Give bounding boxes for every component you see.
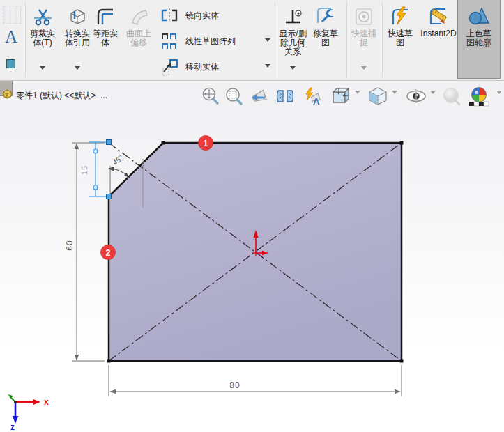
mirror-entities-icon (159, 7, 180, 24)
view-orientation-icon[interactable] (330, 86, 351, 106)
part-tree-label: 零件1 (默认) <<默认>_... (16, 90, 107, 102)
mirror-entities-button[interactable]: 镜向实体 (159, 3, 273, 28)
linear-pattern-label: 线性草图阵列 (185, 36, 236, 47)
ribbon-separator (346, 2, 347, 77)
instant2d-button[interactable]: Instant2D (418, 0, 459, 79)
linear-pattern-icon (159, 32, 180, 50)
offset-entities-label: 等距实体 (89, 29, 121, 47)
quick-snaps-label: 快速捕捉 (348, 29, 380, 47)
text-tool-icon[interactable]: A (5, 28, 17, 46)
linear-pattern-caret[interactable] (265, 38, 270, 45)
linear-pattern-button[interactable]: 线性草图阵列 (159, 29, 273, 54)
edit-appearance-icon (441, 86, 462, 106)
point-tool-icon[interactable] (6, 59, 15, 68)
trim-dropdown-caret[interactable] (40, 66, 45, 72)
instant2d-ruler-icon (427, 4, 450, 29)
svg-text:A: A (313, 96, 320, 106)
ribbon-left-tools: A (0, 0, 25, 79)
trim-entities-label: 剪裁实体(T) (26, 29, 59, 47)
graphics-area[interactable]: 零件1 (默认) <<默认>_... (0, 80, 504, 432)
rapid-sketch-label: 快速草图 (384, 29, 416, 47)
relations-icon (282, 4, 304, 29)
section-view-icon[interactable] (275, 86, 296, 106)
ribbon-separator (275, 2, 275, 77)
zoom-fit-icon[interactable] (201, 86, 220, 106)
part-icon (2, 88, 13, 102)
move-entities-caret[interactable] (265, 64, 270, 70)
offset-entities-button[interactable]: 等距实体 (91, 0, 120, 79)
quick-snaps-icon (353, 4, 374, 29)
trim-scissors-icon (32, 4, 53, 29)
mirror-entities-label: 镜向实体 (185, 10, 219, 22)
hide-show-items-icon[interactable] (405, 86, 427, 106)
relations-caret[interactable] (290, 66, 296, 72)
trim-entities-button[interactable]: 剪裁实体(T) (26, 0, 59, 79)
shaded-contours-label: 上色草图轮廓 (463, 29, 495, 47)
relations-label: 显示/删除几何关系 (277, 29, 309, 56)
quick-snaps-caret (361, 66, 367, 72)
zoom-area-icon[interactable] (224, 86, 243, 106)
ribbon-separator (25, 2, 26, 77)
apply-scene-icon[interactable] (468, 86, 490, 107)
display-delete-relations-button[interactable]: 显示/删除几何关系 (277, 0, 309, 79)
shaded-contours-icon (467, 4, 491, 29)
view-annotations-icon[interactable]: A (301, 86, 323, 106)
repair-sketch-label: 修复草图 (310, 29, 342, 47)
instant2d-label: Instant2D (419, 29, 458, 38)
part-tree-root[interactable]: 零件1 (默认) <<默认>_... (2, 88, 107, 102)
move-entities-icon (159, 58, 180, 76)
convert-entities-cube-icon (66, 4, 89, 29)
sketch-ribbon: A 剪裁实体(T) 转换实体引用 (0, 0, 504, 81)
repair-sketch-button[interactable]: 修复草图 (310, 0, 342, 79)
sketch-picture-icon (3, 6, 21, 24)
surface-offset-icon (128, 4, 149, 29)
hide-show-items-caret[interactable] (430, 94, 436, 107)
quick-snaps-button: 快速捕捉 (348, 0, 380, 79)
convert-dropdown-caret[interactable] (75, 66, 80, 72)
rapid-sketch-lightning-icon (389, 4, 411, 29)
repair-sketch-wrench-icon (314, 4, 337, 29)
apply-scene-caret[interactable] (496, 94, 502, 107)
display-style-icon[interactable] (367, 86, 388, 106)
surface-offset-button: 曲面上偏移 (122, 0, 155, 79)
display-style-caret[interactable] (392, 94, 397, 107)
offset-entities-icon (95, 4, 116, 29)
surface-offset-label: 曲面上偏移 (123, 29, 155, 47)
shaded-sketch-contours-button[interactable]: 上色草图轮廓 (457, 0, 501, 79)
move-entities-button[interactable]: 移动实体 (159, 54, 273, 79)
rapid-sketch-button[interactable]: 快速草图 (384, 0, 416, 79)
ribbon-separator (382, 2, 383, 77)
view-orientation-caret[interactable] (355, 94, 360, 107)
move-entities-label: 移动实体 (185, 61, 219, 73)
previous-view-icon[interactable] (248, 86, 270, 106)
